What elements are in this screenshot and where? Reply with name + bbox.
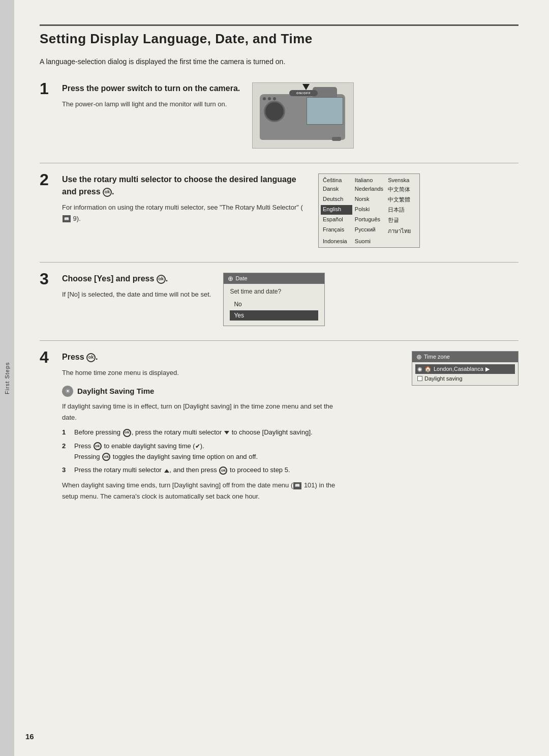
language-grid: Čeština Italiano Svenska Dansk Nederland… (318, 173, 420, 248)
step-4-number: 4 (40, 349, 62, 365)
step-2-section: 2 Use the rotary multi selector to choos… (40, 173, 518, 248)
step-3-number: 3 (40, 271, 62, 287)
daylight-step-1: 1 Before pressing ok, press the rotary m… (62, 427, 337, 438)
dialog-question: Set time and date? (230, 288, 318, 295)
lang-korean: 한글 (386, 215, 417, 225)
daylight-checkbox (417, 376, 422, 381)
page-title: Setting Display Language, Date, and Time (40, 24, 518, 47)
step-4-body: The home time zone menu is displayed. (62, 367, 306, 379)
plus-icon-tz: ⊕ (416, 353, 422, 361)
step-3-section: 3 Choose [Yes] and press ok. If [No] is … (40, 273, 518, 326)
daylight-step-1-text: Before pressing ok, press the rotary mul… (74, 427, 313, 438)
lang-nederlands: Nederlands (353, 185, 385, 194)
daylight-icon: ☀ (62, 386, 73, 397)
tz-daylight-row: Daylight saving (415, 374, 515, 383)
dialog-title: Date (235, 275, 247, 281)
home-icon: 🏠 (424, 366, 432, 372)
daylight-step-2-text: Press ok to enable daylight saving time … (74, 441, 258, 462)
daylight-intro: If daylight saving time is in effect, tu… (62, 401, 337, 423)
dialog-yes: Yes (230, 310, 318, 321)
lang-espanol: Español (321, 215, 352, 225)
ok-icon-step2: ok (103, 188, 112, 197)
step-2-body: For information on using the rotary mult… (62, 202, 306, 224)
lang-dansk: Dansk (321, 185, 352, 194)
list-num-3: 3 (62, 465, 69, 476)
tz-location: London,Casablanca (434, 366, 483, 372)
list-num-1: 1 (62, 427, 69, 438)
daylight-step-2: 2 Press ok to enable daylight saving tim… (62, 441, 337, 462)
lang-chinese-simplified: 中文简体 (386, 185, 417, 194)
tz-london-row: ◉ 🏠 London,Casablanca ▶ (415, 364, 515, 374)
book-ref-icon: 📖 (63, 215, 71, 222)
lang-japanese: 日本語 (386, 205, 417, 215)
ok-icon-d2: ok (94, 442, 102, 450)
lang-english: English (321, 205, 352, 215)
step-2-number: 2 (40, 171, 62, 188)
lang-cestina: Čeština (321, 176, 352, 184)
tri-up-icon (164, 469, 169, 473)
ok-icon-d1: ok (123, 429, 131, 437)
page-number: 16 (25, 732, 34, 741)
ok-icon-step4: ok (86, 353, 96, 362)
step-1-section: 1 Press the power switch to turn on the … (40, 82, 518, 149)
ok-icon-step3: ok (157, 275, 166, 284)
side-tab-label: First Steps (0, 0, 14, 756)
step-4-image: ⊕ Time zone ◉ 🏠 London,Casablanca ▶ (412, 351, 518, 386)
daylight-title: Daylight Saving Time (77, 387, 154, 395)
lang-chinese-traditional: 中文繁體 (386, 195, 417, 205)
lang-italiano: Italiano (353, 176, 385, 184)
lang-indonesia: Indonesia (321, 237, 352, 245)
step-4-section: 4 Press ok. The home time zone menu is d… (40, 351, 518, 503)
step-1-header: Press the power switch to turn on the ca… (62, 82, 240, 95)
tz-daylight-label: Daylight saving (424, 375, 463, 382)
daylight-outro: When daylight saving time ends, turn [Da… (62, 480, 337, 502)
lang-francais: Français (321, 225, 352, 237)
timezone-dialog: ⊕ Time zone ◉ 🏠 London,Casablanca ▶ (412, 351, 518, 386)
lang-russian: Русский (353, 225, 385, 237)
check-icon: ✔ (195, 443, 200, 450)
radio-icon: ◉ (417, 366, 422, 372)
step-3-image: ⊕ Date Set time and date? No Yes (223, 273, 325, 326)
step-3-header: Choose [Yes] and press ok. (62, 273, 211, 285)
step-2-header: Use the rotary multi selector to choose … (62, 173, 306, 198)
date-dialog: ⊕ Date Set time and date? No Yes (223, 273, 325, 326)
lang-deutsch: Deutsch (321, 195, 352, 205)
dialog-no: No (230, 299, 318, 309)
tz-title: Time zone (424, 354, 450, 360)
ok-icon-d2b: ok (102, 453, 110, 461)
list-num-2: 2 (62, 441, 69, 462)
plus-icon-date: ⊕ (228, 275, 233, 282)
lang-svenska: Svenska (386, 176, 417, 184)
step-1-number: 1 (40, 80, 62, 97)
daylight-steps-list: 1 Before pressing ok, press the rotary m… (62, 427, 400, 476)
lang-norsk: Norsk (353, 195, 385, 205)
chevron-right-icon: ▶ (485, 366, 490, 372)
step-4-header: Press ok. (62, 351, 306, 363)
daylight-step-3: 3 Press the rotary multi selector , and … (62, 465, 337, 476)
lang-portugues: Português (353, 215, 385, 225)
book-ref-icon-2: 📖 (293, 482, 301, 489)
step-1-image: ON/OFF (252, 82, 354, 149)
lang-empty (386, 237, 417, 245)
daylight-saving-section: ☀ Daylight Saving Time If daylight savin… (62, 386, 400, 503)
step-1-body: The power-on lamp will light and the mon… (62, 99, 240, 110)
intro-text: A language-selection dialog is displayed… (40, 56, 324, 68)
lang-polski: Polski (353, 205, 385, 215)
tri-down-icon-1 (224, 431, 229, 434)
daylight-step-3-text: Press the rotary multi selector , and th… (74, 465, 290, 476)
ok-icon-d3: ok (219, 467, 227, 475)
lang-thai: ภาษาไทย (386, 225, 417, 237)
step-2-image: Čeština Italiano Svenska Dansk Nederland… (318, 173, 420, 248)
lang-suomi: Suomi (353, 237, 385, 245)
step-3-body: If [No] is selected, the date and time w… (62, 289, 211, 300)
